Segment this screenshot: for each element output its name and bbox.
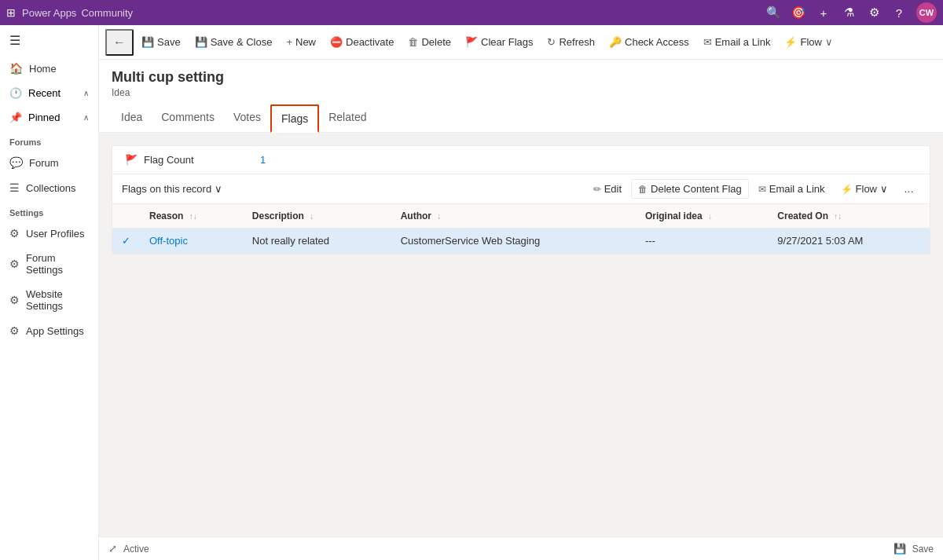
filter-icon[interactable]: ⚗ bbox=[841, 5, 857, 20]
grid-icon[interactable]: ⊞ bbox=[6, 6, 16, 19]
original-idea-cell: --- bbox=[636, 229, 768, 254]
description-cell: Not really related bbox=[243, 229, 391, 254]
sidebar-item-collections[interactable]: ☰ Collections bbox=[0, 175, 98, 200]
sidebar-item-forum-settings[interactable]: ⚙ Forum Settings bbox=[0, 246, 98, 282]
original-idea-header[interactable]: Original idea ↓ bbox=[636, 204, 768, 229]
new-label: New bbox=[295, 36, 316, 48]
sidebar-user-profiles-label: User Profiles bbox=[26, 228, 84, 240]
sidebar-home-label: Home bbox=[29, 63, 57, 75]
flow-icon: ⚡ bbox=[784, 36, 797, 48]
created-on-cell: 9/27/2021 5:03 AM bbox=[768, 229, 930, 254]
avatar[interactable]: CW bbox=[916, 2, 937, 23]
new-button[interactable]: + New bbox=[280, 31, 322, 53]
sidebar-pinned-label: Pinned bbox=[28, 112, 60, 123]
subgrid-chevron-icon: ∨ bbox=[215, 183, 222, 195]
tab-votes[interactable]: Votes bbox=[224, 104, 270, 133]
tab-related[interactable]: Related bbox=[319, 104, 376, 133]
focus-icon[interactable]: 🎯 bbox=[791, 5, 806, 20]
record-title: Multi cup setting bbox=[112, 69, 930, 86]
check-access-button[interactable]: 🔑 Check Access bbox=[603, 31, 695, 53]
delete-button[interactable]: 🗑 Delete bbox=[402, 31, 457, 53]
sidebar-item-home[interactable]: 🏠 Home bbox=[0, 56, 98, 81]
table-header-row: Reason ↑↓ Description ↓ Author ↓ bbox=[112, 204, 930, 229]
reason-header[interactable]: Reason ↑↓ bbox=[140, 204, 243, 229]
flag-count-value[interactable]: 1 bbox=[260, 154, 266, 166]
select-all-header[interactable] bbox=[112, 204, 140, 229]
flow-button[interactable]: ⚡ Flow ∨ bbox=[778, 31, 838, 53]
sidebar-recent-group[interactable]: 🕐 Recent ∧ bbox=[0, 81, 98, 105]
save-close-icon: 💾 bbox=[195, 36, 207, 48]
sidebar-pinned-group[interactable]: 📌 Pinned ∧ bbox=[0, 105, 98, 130]
recent-chevron-icon: ∧ bbox=[83, 89, 89, 97]
email-link-label: Email a Link bbox=[715, 36, 771, 48]
delete-label: Delete bbox=[421, 36, 451, 48]
description-header[interactable]: Description ↓ bbox=[243, 204, 391, 229]
check-access-icon: 🔑 bbox=[609, 36, 622, 48]
more-options-button[interactable]: … bbox=[897, 180, 920, 198]
save-status-label[interactable]: Save bbox=[912, 544, 934, 555]
save-icon: 💾 bbox=[141, 36, 154, 48]
sidebar-app-settings-label: App Settings bbox=[26, 325, 84, 337]
author-header[interactable]: Author ↓ bbox=[391, 204, 636, 229]
forum-settings-icon: ⚙ bbox=[9, 258, 20, 270]
status-left: ⤢ Active bbox=[108, 543, 149, 555]
sidebar-item-user-profiles[interactable]: ⚙ User Profiles bbox=[0, 221, 98, 246]
subgrid-flow-button[interactable]: ⚡ Flow ∨ bbox=[835, 180, 894, 198]
record-type: Idea bbox=[112, 87, 930, 98]
subgrid-title-label: Flags on this record bbox=[122, 183, 211, 195]
sidebar-item-app-settings[interactable]: ⚙ App Settings bbox=[0, 318, 98, 343]
expand-icon[interactable]: ⤢ bbox=[108, 543, 117, 555]
hamburger-button[interactable]: ☰ bbox=[0, 25, 98, 56]
refresh-button[interactable]: ↻ Refresh bbox=[541, 31, 601, 53]
row-checkmark-icon: ✓ bbox=[122, 235, 130, 247]
app-brand: Power Apps Community bbox=[22, 7, 133, 19]
save-close-label: Save & Close bbox=[211, 36, 273, 48]
add-icon[interactable]: + bbox=[816, 6, 831, 20]
author-sort-icon: ↓ bbox=[437, 212, 441, 221]
author-cell: CustomerService Web Staging bbox=[391, 229, 636, 254]
delete-content-flag-button[interactable]: 🗑 Delete Content Flag bbox=[631, 179, 749, 199]
reason-cell: Off-topic bbox=[140, 229, 243, 254]
subgrid-toolbar: Flags on this record ∨ ✏ Edit 🗑 Delete C… bbox=[112, 174, 930, 204]
search-icon[interactable]: 🔍 bbox=[765, 5, 781, 20]
sidebar-website-settings-label: Website Settings bbox=[26, 288, 89, 312]
email-a-link-icon: ✉ bbox=[758, 184, 766, 195]
back-button[interactable]: ← bbox=[105, 29, 134, 56]
subgrid-title[interactable]: Flags on this record ∨ bbox=[122, 183, 222, 195]
tabs: Idea Comments Votes Flags Related bbox=[112, 104, 930, 132]
check-access-label: Check Access bbox=[625, 36, 689, 48]
reason-link[interactable]: Off-topic bbox=[149, 235, 188, 247]
website-settings-icon: ⚙ bbox=[9, 294, 20, 306]
deactivate-button[interactable]: ⛔ Deactivate bbox=[324, 31, 400, 53]
delete-content-flag-label: Delete Content Flag bbox=[651, 183, 742, 195]
row-check-cell: ✓ bbox=[112, 229, 140, 254]
save-close-button[interactable]: 💾 Save & Close bbox=[189, 31, 279, 53]
email-link-button[interactable]: ✉ Email a Link bbox=[697, 31, 777, 53]
app-settings-icon: ⚙ bbox=[9, 324, 20, 337]
sidebar-item-website-settings[interactable]: ⚙ Website Settings bbox=[0, 282, 98, 318]
email-a-link-button[interactable]: ✉ Email a Link bbox=[752, 180, 831, 198]
settings-icon[interactable]: ⚙ bbox=[866, 5, 882, 20]
edit-button[interactable]: ✏ Edit bbox=[587, 180, 628, 198]
original-idea-sort-icon: ↓ bbox=[708, 212, 712, 221]
tab-idea[interactable]: Idea bbox=[112, 104, 152, 133]
clear-flags-button[interactable]: 🚩 Clear Flags bbox=[459, 31, 539, 53]
deactivate-label: Deactivate bbox=[346, 36, 394, 48]
settings-section-label: Settings bbox=[0, 200, 98, 221]
help-icon[interactable]: ? bbox=[891, 6, 907, 20]
flags-card: 🚩 Flag Count 1 Flags on this record ∨ ✏ … bbox=[112, 145, 930, 254]
created-on-sort-icon: ↑↓ bbox=[834, 212, 842, 221]
sidebar-forum-label: Forum bbox=[29, 157, 59, 169]
flow-label: Flow bbox=[800, 36, 821, 48]
deactivate-icon: ⛔ bbox=[330, 36, 343, 48]
sidebar: ☰ 🏠 Home 🕐 Recent ∧ 📌 Pinned ∧ Forums 💬 … bbox=[0, 25, 99, 560]
tab-comments[interactable]: Comments bbox=[152, 104, 224, 133]
save-button[interactable]: 💾 Save bbox=[135, 31, 187, 53]
tab-flags[interactable]: Flags bbox=[270, 104, 319, 133]
subgrid-flow-icon: ⚡ bbox=[841, 184, 853, 195]
table-row[interactable]: ✓ Off-topic Not really related CustomerS… bbox=[112, 229, 930, 254]
created-on-header[interactable]: Created On ↑↓ bbox=[768, 204, 930, 229]
sidebar-item-forum[interactable]: 💬 Forum bbox=[0, 150, 98, 175]
clear-flags-label: Clear Flags bbox=[481, 36, 533, 48]
edit-icon: ✏ bbox=[593, 184, 601, 195]
